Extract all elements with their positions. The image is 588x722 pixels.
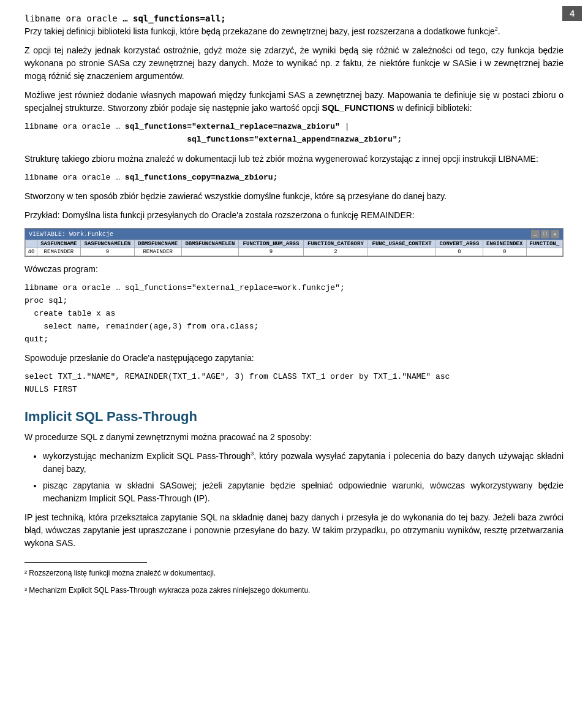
table-title-bar: VIEWTABLE: Work.Funkcje _ □ ✕ (25, 229, 563, 240)
paragraph-8: Spowoduje przesłanie do Oracle'a następu… (24, 352, 564, 365)
window-controls[interactable]: _ □ ✕ (531, 230, 559, 238)
col-header-engineindex: ENGINEINDEX (483, 240, 526, 248)
paragraph-10: IP jest techniką, która przekształca zap… (24, 511, 564, 550)
table-header-row: SASFUNCNAME SASFUNCNAMELEN DBMSFUNCNAME … (26, 240, 563, 248)
cell-category: 2 (303, 248, 368, 256)
paragraph-6: Przykład: Domyślna lista funkcji przesył… (24, 209, 564, 222)
footnote-divider (24, 562, 147, 563)
code-block-3: libname ora oracle … sql_functions="exte… (24, 282, 564, 346)
paragraph-4: Strukturę takiego zbioru można znaleźć w… (24, 153, 564, 165)
function-table: SASFUNCNAME SASFUNCNAMELEN DBMSFUNCNAME … (25, 240, 563, 256)
page-number: 4 (562, 6, 582, 21)
win-maximize-btn[interactable]: □ (541, 230, 549, 238)
section-heading: Implicit SQL Pass-Through (24, 409, 564, 425)
paragraph-2: Z opcji tej należy jednak korzystać ostr… (24, 44, 564, 83)
table-row: 40 REMAINDER 9 REMAINDER 9 2 0 0 (26, 248, 563, 256)
code-block-1: libname ora oracle … sql_functions="exte… (24, 121, 564, 146)
cell-row-num: 40 (26, 248, 37, 256)
bullet-list: wykorzystując mechanizm Explicit SQL Pas… (43, 450, 564, 505)
footnote-2: ² Rozszerzoną listę funkcji można znaleź… (24, 568, 564, 579)
cell-function (526, 248, 562, 256)
cell-sasfuncname: REMAINDER (37, 248, 80, 256)
code-block-4: select TXT_1."NAME", REMAINDER(TXT_1."AG… (24, 371, 564, 397)
cell-convert: 0 (436, 248, 483, 256)
col-header-convert: CONVERT_ARGS (436, 240, 483, 248)
win-close-btn[interactable]: ✕ (551, 230, 559, 238)
col-header-dbmsfuncname: DBMSFUNCNAME (134, 240, 181, 248)
paragraph-9: W procedurze SQL z danymi zewnętrznymi m… (24, 431, 564, 444)
cell-num-args: 9 (239, 248, 303, 256)
table-screenshot: VIEWTABLE: Work.Funkcje _ □ ✕ SASFUNCNAM… (24, 228, 564, 257)
bullet-item-1: wykorzystując mechanizm Explicit SQL Pas… (43, 450, 564, 476)
paragraph-3: Możliwe jest również dodanie własnych ma… (24, 89, 564, 115)
paragraph-7: Wówczas program: (24, 263, 564, 276)
bullet-item-2: pisząc zapytania w składni SASowej; jeże… (43, 479, 564, 505)
col-header-dbmsfuncnamelen: DBMSFUNCNAMELEN (181, 240, 239, 248)
cell-sasfuncnamelen: 9 (80, 248, 134, 256)
paragraph-1: libname ora oracle … sql_functions=all; … (24, 12, 564, 38)
col-header-function: FUNCTION_ (526, 240, 562, 248)
code-inline-1: libname ora oracle … sql_functions=all; (24, 13, 226, 23)
col-header-num-args: FUNCTION_NUM_ARGS (239, 240, 303, 248)
win-minimize-btn[interactable]: _ (531, 230, 540, 238)
col-header-sasfuncnamelen: SASFUNCNAMELEN (80, 240, 134, 248)
col-header-num (26, 240, 37, 248)
code-block-2: libname ora oracle … sql_functions_copy=… (24, 172, 564, 184)
cell-dbmsfuncnamelen (181, 248, 239, 256)
col-header-usage: FUNC_USAGE_CONTEXT (368, 240, 436, 248)
paragraph-5: Stworzony w ten sposób zbiór będzie zawi… (24, 190, 564, 203)
footnote-3: ³ Mechanizm Explicit SQL Pass-Through wy… (24, 585, 564, 596)
page-content: libname ora oracle … sql_functions=all; … (24, 12, 564, 596)
col-header-sasfuncname: SASFUNCNAME (37, 240, 80, 248)
cell-engineindex: 0 (483, 248, 526, 256)
cell-dbmsfuncname: REMAINDER (134, 248, 181, 256)
table-title: VIEWTABLE: Work.Funkcje (29, 231, 113, 238)
cell-usage (368, 248, 436, 256)
col-header-category: FUNCTION_CATEGORY (303, 240, 368, 248)
